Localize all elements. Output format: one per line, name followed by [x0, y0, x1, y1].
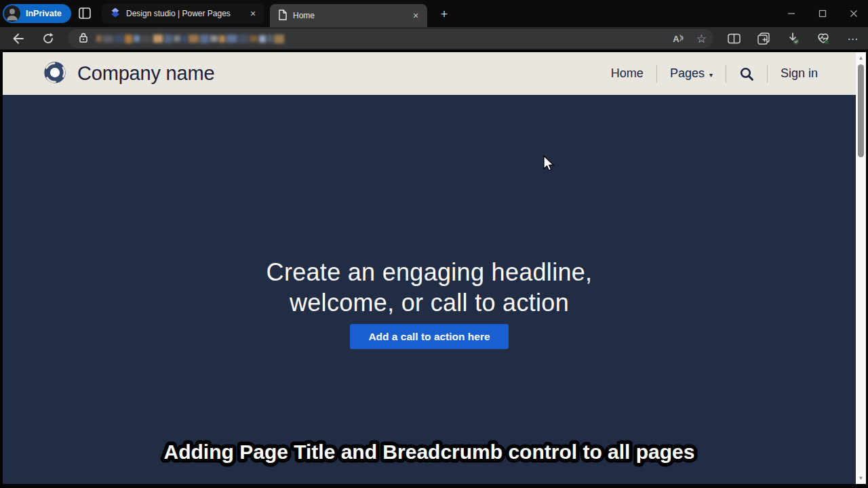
site-nav: Home Pages ▾ Sign in [611, 52, 818, 95]
new-tab-button[interactable]: + [437, 7, 452, 22]
tab-design-studio[interactable]: Design studio | Power Pages ✕ [102, 3, 264, 24]
chevron-down-icon: ▾ [709, 69, 713, 79]
nav-pages-dropdown[interactable]: Pages ▾ [670, 66, 713, 81]
scrollbar-thumb[interactable] [858, 64, 864, 157]
close-window-button[interactable] [845, 5, 863, 22]
lock-icon [79, 32, 88, 45]
address-bar[interactable]: A ☆ [68, 29, 713, 48]
close-tab-icon[interactable]: ✕ [410, 9, 422, 22]
nav-divider [767, 65, 768, 83]
back-icon[interactable] [10, 30, 26, 47]
nav-sign-in-link[interactable]: Sign in [781, 66, 818, 81]
company-name: Company name [77, 62, 214, 85]
company-logo-icon [42, 60, 68, 88]
browser-window: InPrivate Design studio | Power Pages ✕ [0, 0, 868, 488]
scroll-up-icon[interactable]: ▲ [856, 55, 866, 61]
maximize-button[interactable] [814, 5, 831, 22]
svg-text:Adding Page Title and Breadcru: Adding Page Title and Breadcrumb control… [164, 441, 695, 463]
read-aloud-icon[interactable]: A [673, 34, 684, 44]
close-tab-icon[interactable]: ✕ [247, 7, 259, 20]
site-header: Company name Home Pages ▾ [3, 52, 856, 95]
favorite-star-icon[interactable]: ☆ [696, 32, 707, 46]
tab-title: Home [293, 11, 410, 20]
settings-menu-icon[interactable]: ⋯ [845, 30, 861, 47]
page-viewport: Company name Home Pages ▾ [3, 52, 856, 484]
cta-button[interactable]: Add a call to action here [350, 324, 509, 349]
tab-actions-icon[interactable] [79, 7, 92, 20]
scroll-down-icon[interactable]: ▼ [856, 475, 866, 481]
browser-toolbar: A ☆ [0, 27, 868, 49]
hero-headline: Create an engaging headline, welcome, or… [3, 257, 856, 318]
split-screen-icon[interactable] [726, 30, 742, 47]
mouse-cursor [542, 155, 556, 173]
search-icon[interactable] [739, 66, 754, 81]
profile-avatar-icon [4, 5, 20, 22]
tab-title: Design studio | Power Pages [126, 9, 247, 18]
nav-home-link[interactable]: Home [611, 66, 644, 81]
power-pages-icon [110, 7, 121, 20]
address-url-redacted [96, 35, 284, 43]
nav-divider [656, 65, 657, 83]
downloads-icon[interactable] [785, 30, 802, 47]
refresh-icon[interactable] [40, 30, 56, 47]
inprivate-label: InPrivate [26, 9, 62, 18]
browser-essentials-icon[interactable] [815, 30, 831, 47]
scrollbar[interactable]: ▲ ▼ [856, 52, 866, 484]
document-icon [278, 9, 288, 22]
video-caption: Adding Page Title and Breadcrumb control… [3, 429, 856, 476]
brand-link[interactable]: Company name [42, 60, 214, 88]
collections-icon[interactable] [755, 30, 772, 47]
inprivate-badge[interactable]: InPrivate [3, 4, 71, 23]
tab-strip: InPrivate Design studio | Power Pages ✕ [0, 0, 868, 27]
minimize-button[interactable] [783, 5, 800, 22]
tab-home[interactable]: Home ✕ [270, 4, 427, 27]
nav-divider [726, 65, 726, 83]
